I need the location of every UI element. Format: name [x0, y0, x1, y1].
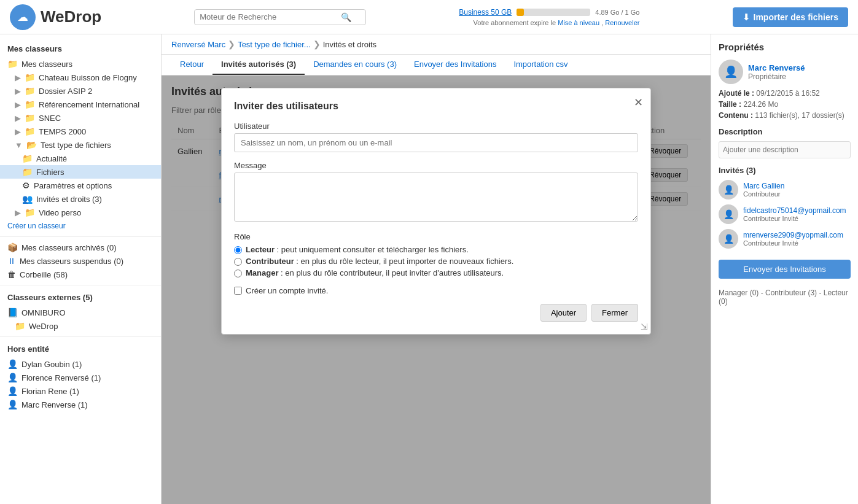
invite-info: mrenverse2909@yopmail.com Contributeur I… [743, 231, 843, 247]
sidebar-item-test-type[interactable]: ▼ 📂 Test type de fichiers [0, 138, 161, 152]
sidebar-item-label: Florian Rene (1) [21, 387, 79, 396]
sidebar-item-archived[interactable]: 📦 Mes classeurs archivés (0) [0, 241, 161, 254]
role-manager-label[interactable]: Manager : en plus du rôle contributeur, … [246, 268, 504, 277]
modal-add-button[interactable]: Ajouter [540, 304, 587, 322]
prop-owner: 👤 Marc Renversé Propriétaire [719, 60, 851, 84]
tab-importation-csv[interactable]: Importation csv [505, 55, 576, 75]
folder-icon: 📁 [22, 153, 33, 163]
import-button[interactable]: ⬇ Importer des fichiers [733, 7, 849, 27]
prop-guests-title: Invités (3) [719, 166, 851, 175]
sidebar-item-dossier-asip[interactable]: ▶ 📁 Dossier ASIP 2 [0, 84, 161, 98]
tab-demandes-en-cours[interactable]: Demandes en cours (3) [305, 55, 405, 75]
modal-close-button[interactable]: ✕ [634, 96, 643, 109]
logo-drop: Drop [64, 7, 102, 26]
invite-avatar: 👤 [719, 180, 738, 200]
sidebar-item-label: Video perso [39, 208, 81, 217]
tab-envoyer-invitations[interactable]: Envoyer des Invitations [405, 55, 505, 75]
sidebar-item-referencement[interactable]: ▶ 📁 Référencement International [0, 98, 161, 111]
folder-icon: 📁 [25, 207, 35, 217]
content-body: Invités autorisés Filtrer par rôle : Tou… [162, 76, 711, 504]
sidebar-item-invites[interactable]: 👥 Invités et droits (3) [0, 192, 161, 206]
invite-item-mrenverse2909: 👤 mrenverse2909@yopmail.com Contributeur… [719, 229, 851, 249]
person-icon: 👤 [7, 386, 18, 396]
sidebar-item-label: Mes classeurs [21, 60, 72, 69]
prop-owner-info: Marc Renversé Propriétaire [748, 63, 805, 81]
role-manager-radio[interactable] [234, 269, 242, 277]
tab-retour[interactable]: Retour [171, 55, 213, 75]
prop-size: Taille : 224.26 Mo [719, 100, 851, 109]
create-account-label[interactable]: Créer un compte invité. [246, 286, 328, 295]
search-input[interactable] [200, 12, 341, 21]
mise-a-niveau-link[interactable]: Mise à niveau [558, 19, 599, 26]
sidebar-item-chateau[interactable]: ▶ 📁 Chateau Buisson de Flogny [0, 71, 161, 84]
sidebar-item-florence[interactable]: 👤 Florence Renversé (1) [0, 371, 161, 384]
breadcrumb: Renversé Marc ❯ Test type de fichier... … [162, 34, 711, 55]
role-contributeur-radio[interactable] [234, 258, 242, 266]
sidebar-item-trash[interactable]: 🗑 Corbeille (58) [0, 268, 161, 281]
invite-role: Contributeur Invité [743, 215, 846, 222]
sidebar-item-snec[interactable]: ▶ 📁 SNEC [0, 111, 161, 125]
sidebar-item-video-perso[interactable]: ▶ 📁 Video perso [0, 206, 161, 219]
invite-name[interactable]: mrenverse2909@yopmail.com [743, 231, 843, 239]
prop-owner-role: Propriétaire [748, 72, 805, 81]
modal-message-textarea[interactable] [234, 173, 638, 222]
storage-label[interactable]: Business 50 GB [459, 8, 512, 17]
archive-icon: 📦 [7, 242, 18, 252]
sidebar-item-wedrop[interactable]: 📁 WeDrop [0, 319, 161, 333]
sidebar-item-suspended[interactable]: ⏸ Mes classeurs suspendus (0) [0, 254, 161, 268]
logo: ☁ WeDrop [10, 4, 101, 30]
classeur-icon: 📘 [7, 308, 18, 317]
invite-avatar: 👤 [719, 229, 738, 249]
sidebar-item-fichiers[interactable]: 📁 Fichiers [0, 165, 161, 179]
modal-close-btn[interactable]: Fermer [591, 304, 638, 322]
role-lecteur-label[interactable]: Lecteur : peut uniquement consulter et t… [246, 245, 469, 254]
prop-content: Contenu : 113 fichier(s), 17 dossier(s) [719, 111, 851, 120]
sidebar-item-temps2000[interactable]: ▶ 📁 TEMPS 2000 [0, 125, 161, 138]
sidebar-item-label: TEMPS 2000 [39, 127, 86, 136]
owner-avatar: 👤 [719, 60, 743, 84]
invite-info: Marc Gallien Contributeur [743, 182, 784, 198]
prop-summary: Manager (0) - Contributeur (3) - Lecteur… [719, 289, 851, 306]
role-lecteur-radio[interactable] [234, 246, 242, 254]
renouveler-link[interactable]: Renouveler [605, 19, 639, 26]
create-account-checkbox[interactable] [234, 287, 242, 295]
sidebar-item-mes-classeurs[interactable]: 📁 Mes classeurs [0, 57, 161, 71]
arrow-icon: ▶ [15, 208, 21, 217]
invite-role: Contributeur Invité [743, 239, 843, 247]
search-button[interactable]: 🔍 [341, 12, 351, 22]
arrow-icon: ▶ [15, 100, 21, 109]
resize-handle[interactable]: ⇲ [641, 322, 648, 331]
sidebar-divider1 [0, 236, 161, 237]
breadcrumb-test-type[interactable]: Test type de fichier... [238, 40, 311, 49]
sidebar-item-actualite[interactable]: 📁 Actualité [0, 152, 161, 165]
modal-create-account-option: Créer un compte invité. [234, 286, 638, 295]
sidebar-hors-entite-title: Hors entité [0, 341, 161, 357]
send-invites-button[interactable]: Envoyer des Invitations [719, 260, 851, 279]
pause-icon: ⏸ [7, 256, 16, 266]
tab-invites-autorises[interactable]: Invités autorisés (3) [213, 55, 305, 75]
sidebar-item-florian[interactable]: 👤 Florian Rene (1) [0, 384, 161, 398]
breadcrumb-renverse-marc[interactable]: Renversé Marc [171, 40, 225, 49]
invite-name[interactable]: fidelcastro75014@yopmail.com [743, 206, 846, 215]
create-classeur-link[interactable]: Créer un classeur [0, 219, 161, 233]
sidebar-item-dylan[interactable]: 👤 Dylan Goubin (1) [0, 357, 161, 371]
modal-user-input[interactable] [234, 133, 638, 152]
header-right: Business 50 GB 4.89 Go / 1 Go Votre abon… [459, 8, 639, 26]
prop-description-input[interactable] [719, 141, 851, 158]
invite-name[interactable]: Marc Gallien [743, 182, 784, 190]
invite-modal: Inviter des utilisateurs ✕ Utilisateur M… [221, 88, 651, 335]
properties-title: Propriétés [719, 42, 851, 52]
gear-icon: ⚙ [22, 180, 30, 190]
sidebar-item-label: Actualité [36, 154, 67, 163]
sidebar-item-marc-renverse[interactable]: 👤 Marc Renverse (1) [0, 398, 161, 411]
invite-avatar: 👤 [719, 204, 738, 224]
arrow-icon: ▶ [15, 114, 21, 123]
storage-bar [517, 9, 590, 16]
sidebar-item-omniburo[interactable]: 📘 OMNIBURO [0, 306, 161, 319]
storage-bar-fill [517, 9, 524, 16]
role-contributeur-label[interactable]: Contributeur : en plus du rôle lecteur, … [246, 257, 513, 266]
prop-owner-name[interactable]: Marc Renversé [748, 63, 805, 72]
modal-overlay: Inviter des utilisateurs ✕ Utilisateur M… [162, 76, 711, 504]
sidebar-item-label: OMNIBURO [21, 308, 66, 317]
sidebar-item-parametres[interactable]: ⚙ Paramètres et options [0, 179, 161, 192]
